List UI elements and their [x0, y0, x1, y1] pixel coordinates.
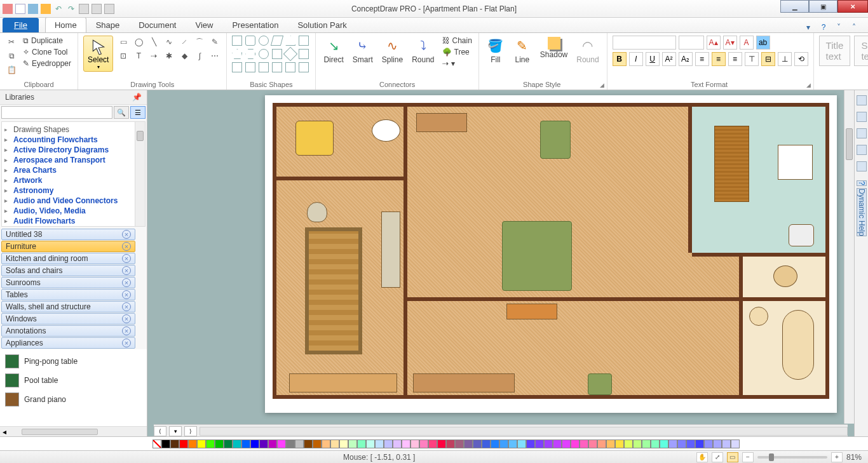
color-swatch[interactable] — [660, 440, 668, 448]
close-library-icon[interactable]: × — [122, 314, 131, 323]
qat-new-icon[interactable] — [15, 4, 25, 14]
smart-connector[interactable]: ⤷Smart — [350, 36, 376, 65]
l-sofa[interactable] — [502, 221, 572, 291]
color-swatch[interactable] — [366, 440, 375, 448]
tree-item[interactable]: Active Directory Diagrams — [13, 145, 141, 155]
align-middle-button[interactable]: ⊟ — [761, 52, 775, 66]
qat-redo-icon[interactable]: ↷ — [66, 4, 76, 14]
dialog-launcher-icon[interactable]: ◢ — [806, 82, 811, 88]
color-swatch[interactable] — [250, 440, 259, 448]
color-swatch[interactable] — [348, 440, 357, 448]
color-swatch[interactable] — [677, 440, 686, 448]
round-button[interactable]: ◠Round — [574, 36, 601, 65]
minimize-button[interactable] — [780, 0, 809, 13]
highlight-icon[interactable]: ab — [756, 36, 770, 50]
tree-item[interactable]: Accounting Flowcharts — [13, 135, 141, 145]
color-swatch[interactable] — [464, 440, 473, 448]
library-row[interactable]: Appliances× — [1, 337, 135, 349]
cabinet-bottom2[interactable] — [289, 373, 397, 393]
armchair2[interactable] — [540, 121, 571, 159]
bold-button[interactable]: B — [613, 52, 627, 66]
subtitle-text-placeholder[interactable]: Subtitle text — [854, 36, 868, 66]
rect-tool[interactable]: ▭ — [117, 36, 130, 48]
color-swatch[interactable] — [508, 440, 517, 448]
sidebar-tool-5[interactable] — [857, 161, 867, 171]
color-swatch[interactable] — [339, 440, 348, 448]
library-row[interactable]: Furniture× — [1, 241, 135, 252]
paste-icon[interactable]: 📋 — [5, 64, 18, 76]
shadow-button[interactable]: Shadow — [538, 36, 570, 60]
font-size-select[interactable] — [679, 36, 704, 50]
color-swatch[interactable] — [357, 440, 366, 448]
cut-icon[interactable]: ✂ — [5, 36, 18, 48]
sink[interactable] — [789, 224, 814, 246]
zoom-out-button[interactable]: − — [742, 452, 754, 462]
close-library-icon[interactable]: × — [122, 326, 131, 335]
color-swatch[interactable] — [179, 440, 188, 448]
color-swatch[interactable] — [437, 440, 446, 448]
sidebar-tool-3[interactable] — [857, 128, 867, 138]
eyedropper-button[interactable]: ✎Eyedropper — [22, 58, 72, 69]
sidebar-tool-1[interactable] — [857, 95, 867, 105]
select-tool[interactable]: Select ▾ — [83, 36, 113, 72]
tree-item[interactable]: Audit Flowcharts — [13, 216, 141, 226]
curve-tool[interactable]: ∿ — [163, 36, 175, 48]
tab-shape[interactable]: Shape — [86, 17, 130, 32]
color-swatch[interactable] — [731, 440, 740, 448]
align-center-button[interactable]: ≡ — [712, 52, 726, 66]
close-library-icon[interactable]: × — [122, 290, 131, 299]
copy-icon[interactable]: ⧉ — [5, 50, 18, 62]
color-swatch[interactable] — [215, 440, 224, 448]
color-swatch[interactable] — [580, 440, 588, 448]
color-swatch[interactable] — [535, 440, 544, 448]
text-tool[interactable]: T — [132, 50, 145, 62]
zoom-window-icon[interactable]: ⤢ — [712, 452, 723, 462]
library-row[interactable]: Kitchen and dining room× — [1, 253, 135, 264]
color-swatch[interactable] — [722, 440, 731, 448]
panels-icon[interactable]: ▾ — [803, 22, 813, 32]
color-swatch[interactable] — [268, 440, 277, 448]
pan-mode-icon[interactable]: ✋ — [696, 452, 708, 462]
drawing-page[interactable] — [265, 95, 837, 413]
arc-tool[interactable]: ⌒ — [193, 36, 206, 48]
connector-options[interactable]: ⇢▾ — [441, 58, 473, 69]
color-swatch[interactable] — [330, 440, 339, 448]
close-library-icon[interactable]: × — [122, 339, 131, 347]
color-swatch[interactable] — [571, 440, 580, 448]
shape-item[interactable]: Grand piano — [1, 390, 146, 409]
sideboard[interactable] — [416, 113, 467, 132]
color-swatch[interactable] — [313, 440, 322, 448]
color-swatch[interactable] — [295, 440, 304, 448]
library-row[interactable]: Sofas and chairs× — [1, 265, 135, 276]
panel-hscroll[interactable]: ◂ — [0, 426, 147, 436]
next-page-button[interactable]: ⟩ — [184, 426, 197, 436]
anchor-tool[interactable]: ✱ — [163, 50, 175, 62]
help-icon[interactable]: ? — [818, 22, 829, 32]
color-swatch[interactable] — [588, 440, 597, 448]
color-swatch[interactable] — [286, 440, 295, 448]
align-bottom-button[interactable]: ⊥ — [778, 52, 792, 66]
color-swatch[interactable] — [375, 440, 384, 448]
font-family-select[interactable] — [613, 36, 676, 50]
basin[interactable] — [749, 307, 768, 326]
color-swatch[interactable] — [517, 440, 526, 448]
library-row[interactable]: Windows× — [1, 313, 135, 325]
color-swatch[interactable] — [393, 440, 402, 448]
grow-font-icon[interactable]: A▴ — [707, 36, 721, 50]
color-swatch[interactable] — [686, 440, 695, 448]
library-row[interactable]: Untitled 38× — [1, 229, 135, 240]
office-chair[interactable] — [307, 202, 327, 222]
color-swatch[interactable] — [482, 440, 491, 448]
color-swatch[interactable] — [322, 440, 330, 448]
edit-points-tool[interactable]: ⊡ — [117, 50, 130, 62]
stove[interactable] — [778, 145, 813, 180]
sidebar-tool-4[interactable] — [857, 145, 867, 155]
close-library-icon[interactable]: × — [122, 302, 131, 311]
close-library-icon[interactable]: × — [122, 242, 131, 251]
align-top-button[interactable]: ⊤ — [745, 52, 759, 66]
underline-button[interactable]: U — [646, 52, 660, 66]
tree-view-button[interactable]: ☰ — [130, 106, 146, 119]
tree-connector[interactable]: 🌳Tree — [441, 47, 473, 57]
close-library-icon[interactable]: × — [122, 266, 131, 275]
qat-icon[interactable] — [3, 4, 13, 14]
